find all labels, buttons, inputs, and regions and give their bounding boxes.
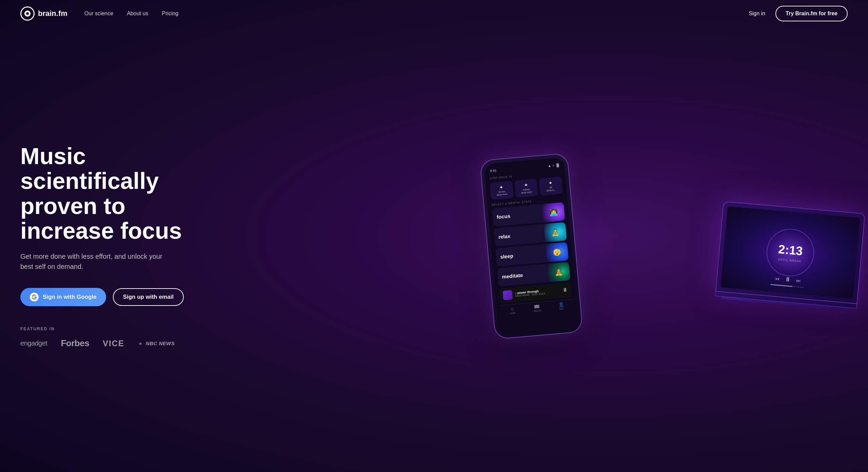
logo-text: brain.fm (38, 9, 67, 18)
state-item-sleep-art: 😴 (546, 242, 569, 262)
laptop-screen-outer: 2:13 UNTIL BREAK ⏮ ⏸ ⏭ (715, 201, 865, 304)
laptop-next-icon[interactable]: ⏭ (796, 277, 801, 283)
home-label: HOME (510, 312, 516, 315)
navbar: brain.fm Our science About us Pricing Si… (0, 0, 868, 27)
google-signin-label: Sign in with Google (43, 294, 97, 300)
google-g-icon (32, 294, 37, 300)
player-thumbnail (502, 290, 513, 300)
logo-icon (20, 6, 35, 21)
email-signup-button[interactable]: Sign up with email (113, 288, 184, 306)
laptop-mockup: 2:13 UNTIL BREAK ⏮ ⏸ ⏭ (715, 201, 865, 311)
nav-link-about-us[interactable]: About us (127, 11, 148, 16)
nav-left: brain.fm Our science About us Pricing (20, 6, 178, 21)
logo[interactable]: brain.fm (20, 6, 67, 21)
laptop-play-icon[interactable]: ⏸ (785, 276, 791, 283)
featured-section: FEATURED IN engadget Forbes VICE NBC NEW… (20, 327, 224, 349)
nav-link-our-science[interactable]: Our science (84, 11, 113, 16)
featured-label: FEATURED IN (20, 327, 224, 331)
laptop-screen-inner: 2:13 UNTIL BREAK ⏮ ⏸ ⏭ (721, 206, 860, 299)
laptop-progress-fill (770, 284, 792, 287)
state-item-relax-art: 🧘 (544, 222, 567, 242)
try-free-button[interactable]: Try Brain.fm for free (775, 6, 848, 21)
laptop-glow-circle: 2:13 UNTIL BREAK (765, 227, 816, 278)
session-chip-icon-3: ✦ (541, 179, 560, 186)
hero-buttons: Sign in with Google Sign up with email (20, 288, 224, 306)
state-item-meditate[interactable]: meditate 🧘 (497, 262, 570, 286)
state-item-sleep-label: sleep (500, 253, 514, 260)
add-label: ADD (559, 308, 564, 310)
state-item-focus-art: 🧑‍💻 (542, 202, 565, 222)
laptop-timer-label: UNTIL BREAK (777, 258, 802, 263)
home-icon: ⌂ (511, 306, 514, 312)
phone-nav-library[interactable]: 📖 LIBRARY (532, 303, 542, 312)
player-pause-button[interactable]: ⏸ (562, 287, 568, 293)
featured-logo-nbcnews: NBC NEWS (138, 340, 175, 346)
laptop-timer: 2:13 (778, 242, 803, 258)
state-item-meditate-art: 🧘 (547, 262, 570, 282)
session-chip-label-3: 90deep w... (541, 185, 560, 193)
google-logo-icon (30, 293, 39, 301)
state-item-focus-label: focus (496, 213, 510, 220)
nav-right: Sign in Try Brain.fm for free (749, 6, 848, 21)
state-item-relax-label: relax (498, 233, 511, 240)
featured-logos: engadget Forbes VICE NBC NEWS (20, 338, 224, 349)
nav-link-pricing[interactable]: Pricing (162, 11, 178, 16)
library-icon: 📖 (534, 303, 540, 309)
laptop-timer-content: 2:13 UNTIL BREAK (777, 242, 804, 263)
hero-subtitle: Get more done with less effort, and unlo… (20, 251, 163, 272)
session-chip-30min[interactable]: ✦ 30 mindeep work (490, 181, 514, 200)
laptop-controls: ⏮ ⏸ ⏭ (774, 275, 802, 284)
hero-section: Music scientifically proven to increase … (0, 27, 868, 472)
phone-state-items: focus 🧑‍💻 relax 🧘 sleep 😴 meditate (492, 202, 570, 287)
phone-nav-home[interactable]: ⌂ HOME (509, 306, 516, 314)
phone-time: 9:41 (490, 169, 497, 173)
laptop-prev-icon[interactable]: ⏮ (774, 276, 780, 281)
add-icon: 👤 (558, 301, 564, 307)
nbc-peacock-icon (138, 342, 143, 346)
phone-mockup: 9:41 ▲ ᯤ ▓ JUMP BACK IN ✦ 30 mindeep wor… (479, 153, 583, 340)
player-info: ♪ power through DEEP WORK · POST ROCK (512, 288, 563, 298)
library-label: LIBRARY (533, 310, 541, 312)
state-item-meditate-label: meditate (502, 272, 523, 280)
session-chip-label-2: infinitydeep work (517, 188, 536, 195)
hero-title: Music scientifically proven to increase … (20, 144, 224, 243)
featured-logo-engadget: engadget (20, 339, 47, 347)
phone-screen: 9:41 ▲ ᯤ ▓ JUMP BACK IN ✦ 30 mindeep wor… (484, 157, 578, 335)
google-signin-button[interactable]: Sign in with Google (20, 288, 106, 306)
featured-logo-vice: VICE (103, 339, 124, 348)
laptop-progress-bar (770, 284, 804, 288)
phone-icons: ▲ ᯤ ▓ (548, 163, 559, 168)
session-chip-infinity[interactable]: ✦ infinitydeep work (514, 179, 538, 198)
phone-session-chips: ✦ 30 mindeep work ✦ infinitydeep work ✦ … (490, 177, 563, 200)
session-chip-label: 30 mindeep work (492, 190, 511, 197)
hero-content: Music scientifically proven to increase … (20, 144, 224, 349)
phone-nav-add[interactable]: 👤 ADD (558, 301, 564, 310)
featured-logo-forbes: Forbes (61, 338, 89, 349)
session-chip-90[interactable]: ✦ 90deep w... (539, 177, 563, 196)
hero-devices: 9:41 ▲ ᯤ ▓ JUMP BACK IN ✦ 30 mindeep wor… (224, 141, 848, 351)
signin-button[interactable]: Sign in (749, 11, 765, 17)
session-chip-icon-2: ✦ (516, 181, 535, 189)
nav-links: Our science About us Pricing (84, 11, 178, 17)
